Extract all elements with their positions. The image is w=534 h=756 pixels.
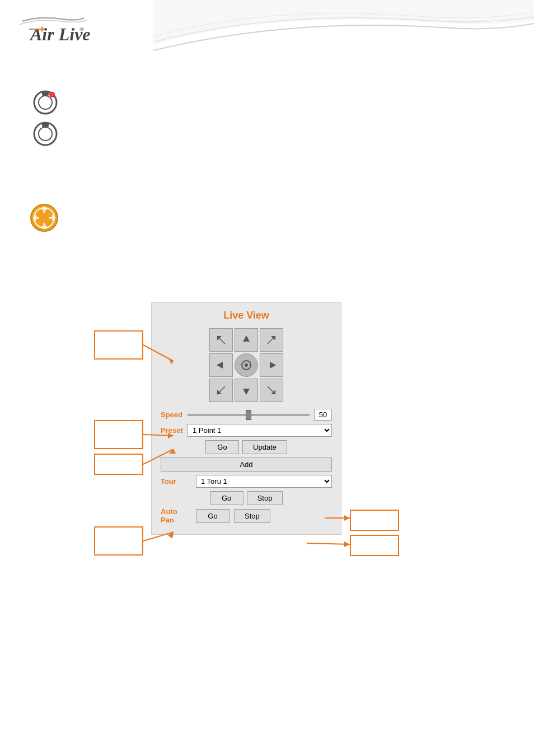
tour-go-button[interactable]: Go xyxy=(210,491,243,505)
tour-stop-button[interactable]: Stop xyxy=(247,491,283,505)
callout-box-3 xyxy=(94,454,143,475)
callout-box-1 xyxy=(94,330,143,360)
svg-rect-4 xyxy=(42,91,49,96)
preset-label: Preset xyxy=(161,426,183,435)
preset-select[interactable]: 1 Point 1 2 Point 2 3 Point 3 xyxy=(188,424,332,437)
add-row: Add xyxy=(161,458,332,472)
svg-rect-9 xyxy=(42,123,49,127)
ptz-up-button[interactable] xyxy=(235,328,258,352)
speed-slider[interactable] xyxy=(188,414,310,416)
callout-box-5 xyxy=(350,510,399,531)
speed-label: Speed xyxy=(161,410,183,419)
autopan-stop-button[interactable]: Stop xyxy=(234,509,270,523)
ptz-upleft-button[interactable] xyxy=(209,328,233,352)
callout-box-6 xyxy=(350,535,399,556)
callout-box-2 xyxy=(94,420,143,449)
tour-go-stop-row: Go Stop xyxy=(161,491,332,505)
ptz-icon-wrap xyxy=(28,202,60,236)
camera-icon-1 xyxy=(31,87,60,116)
svg-point-8 xyxy=(39,127,52,141)
svg-point-3 xyxy=(39,96,52,109)
tour-label: Tour xyxy=(161,477,191,486)
svg-line-16 xyxy=(217,386,225,394)
autopan-label: Auto Pan xyxy=(161,507,191,524)
camera-icons xyxy=(31,87,60,147)
preset-go-button[interactable]: Go xyxy=(205,440,239,454)
svg-point-6 xyxy=(50,93,54,96)
autopan-go-button[interactable]: Go xyxy=(196,509,229,523)
ptz-right-button[interactable] xyxy=(260,353,283,377)
ptz-left-button[interactable] xyxy=(209,353,233,377)
logo: Air Live ® xyxy=(17,11,95,50)
preset-row: Preset 1 Point 1 2 Point 2 3 Point 3 xyxy=(161,424,332,437)
ptz-direction-grid xyxy=(209,328,283,402)
preset-update-button[interactable]: Update xyxy=(242,440,287,454)
svg-marker-29 xyxy=(344,542,350,547)
ptz-down-button[interactable] xyxy=(235,379,258,402)
svg-line-12 xyxy=(217,336,225,344)
autopan-row: Auto Pan Go Stop xyxy=(161,507,332,524)
ptz-center-button[interactable] xyxy=(235,353,258,377)
liveview-panel: Live View Speed xyxy=(151,302,341,535)
speed-slider-thumb[interactable] xyxy=(246,410,251,420)
liveview-title: Live View xyxy=(161,310,332,321)
preset-add-button[interactable]: Add xyxy=(161,458,332,472)
header: Air Live ® xyxy=(0,0,534,62)
tour-row: Tour 1 Toru 1 2 Toru 2 xyxy=(161,475,332,488)
tour-select[interactable]: 1 Toru 1 2 Toru 2 xyxy=(196,475,332,488)
svg-text:®: ® xyxy=(79,26,84,32)
svg-point-15 xyxy=(245,363,248,367)
svg-line-28 xyxy=(307,543,350,544)
camera-icon-2 xyxy=(31,118,60,147)
callout-box-4 xyxy=(94,526,143,556)
svg-marker-27 xyxy=(344,515,350,521)
ptz-icon xyxy=(28,202,60,234)
svg-line-17 xyxy=(268,386,275,394)
header-decoration xyxy=(153,0,534,62)
speed-value: 50 xyxy=(314,409,332,421)
speed-row: Speed 50 xyxy=(161,409,332,421)
go-update-row: Go Update xyxy=(161,440,332,454)
svg-line-13 xyxy=(268,336,275,344)
ptz-upright-button[interactable] xyxy=(260,328,283,352)
ptz-downright-button[interactable] xyxy=(260,379,283,402)
ptz-downleft-button[interactable] xyxy=(209,379,233,402)
